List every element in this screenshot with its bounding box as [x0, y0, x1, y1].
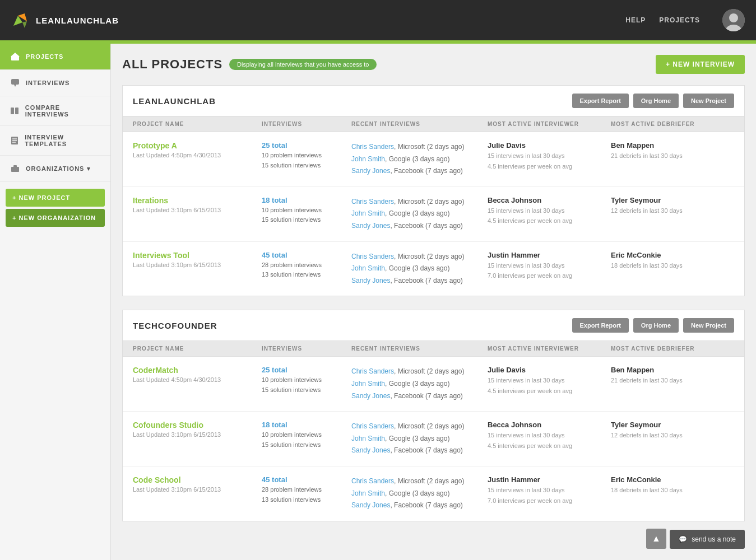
recent-name-link-1-2-0[interactable]: Chris Sanders: [351, 477, 394, 485]
logo-icon: [11, 10, 31, 30]
active-debriefer-stats-1-2: 18 debriefs in last 30 days: [611, 485, 734, 496]
recent-interview-line-1-2-0: Chris Sanders, Microsoft (2 days ago): [351, 475, 488, 488]
project-date-0-2: Last Updated 3:10pm 6/15/2013: [133, 262, 262, 268]
col-header-0-0: PROJECT NAME: [133, 121, 262, 127]
recent-name-link-1-1-2[interactable]: Sandy Jones: [351, 446, 390, 454]
recent-name-link-1-1-1[interactable]: John Smith: [351, 435, 385, 442]
project-date-1-2: Last Updated 3:10pm 6/15/2013: [133, 486, 262, 493]
recent-interview-line-1-1-2: Sandy Jones, Facebook (7 days ago): [351, 445, 488, 457]
active-debriefer-stats-0-1: 12 debriefs in last 30 days: [611, 206, 734, 216]
export-report-button-0[interactable]: Export Report: [572, 94, 629, 108]
new-interview-button[interactable]: + NEW INTERVIEW: [656, 55, 745, 74]
project-date-0-0: Last Updated 4:50pm 4/30/2013: [133, 152, 262, 158]
project-name-link-0-2[interactable]: Interviews Tool: [133, 251, 189, 260]
project-name-link-0-1[interactable]: Iterations: [133, 196, 168, 205]
col-header-1-3: MOST ACTIVE INTERVIEWER: [488, 346, 611, 352]
org-header-1: TECHCOFOUNDER Export Report Org Home New…: [123, 310, 744, 341]
recent-interview-line-1-1-0: Chris Sanders, Microsoft (2 days ago): [351, 421, 488, 433]
recent-company-1-0-2: , Facebook (7 days ago): [390, 392, 462, 400]
sidebar-item-projects[interactable]: PROJECTS: [0, 44, 110, 70]
recent-name-link-1-1-0[interactable]: Chris Sanders: [351, 422, 394, 430]
recent-company-1-1-0: , Microsoft (2 days ago): [394, 422, 464, 430]
help-link[interactable]: HELP: [625, 16, 646, 24]
recent-name-link-0-1-1[interactable]: John Smith: [351, 209, 385, 217]
interviews-total-1-0[interactable]: 25 total: [262, 366, 351, 374]
active-interviewer-stats-0-2: 15 interviews in last 30 days7.0 intervi…: [488, 260, 611, 281]
sidebar-item-interviews[interactable]: INTERVIEWS: [0, 70, 110, 96]
col-header-0-1: INTERVIEWS: [262, 121, 351, 127]
recent-name-link-0-0-1[interactable]: John Smith: [351, 155, 385, 163]
interviews-col-1-0: 25 total 10 problem interviews15 solutio…: [262, 366, 351, 395]
interviews-total-0-0[interactable]: 25 total: [262, 141, 351, 150]
interviews-total-1-2[interactable]: 45 total: [262, 475, 351, 484]
recent-name-link-1-0-1[interactable]: John Smith: [351, 380, 385, 388]
recent-company-0-1-0: , Microsoft (2 days ago): [394, 198, 464, 206]
recent-interview-line-0-2-1: John Smith, Google (3 days ago): [351, 263, 488, 275]
recent-name-link-0-2-1[interactable]: John Smith: [351, 264, 385, 272]
project-name-col-1-2: Code School Last Updated 3:10pm 6/15/201…: [133, 475, 262, 493]
recent-company-0-2-1: , Google (3 days ago): [385, 264, 449, 272]
recent-interview-line-1-2-1: John Smith, Google (3 days ago): [351, 488, 488, 500]
col-header-1-1: INTERVIEWS: [262, 346, 351, 352]
active-interviewer-name-0-2: Justin Hammer: [488, 251, 611, 259]
recent-name-link-0-0-2[interactable]: Sandy Jones: [351, 167, 390, 175]
recent-name-link-0-0-0[interactable]: Chris Sanders: [351, 143, 394, 151]
sidebar-item-organizations[interactable]: ORGANIZATIONS ▾: [0, 156, 110, 182]
active-debriefer-name-1-1: Tyler Seymour: [611, 421, 734, 429]
sidebar-item-templates[interactable]: INTERVIEW TEMPLATES: [0, 126, 110, 156]
recent-interviews-col-1-1: Chris Sanders, Microsoft (2 days ago)Joh…: [351, 421, 488, 457]
recent-interview-line-0-2-2: Sandy Jones, Facebook (7 days ago): [351, 275, 488, 287]
recent-name-link-0-1-0[interactable]: Chris Sanders: [351, 198, 394, 206]
recent-name-link-1-0-0[interactable]: Chris Sanders: [351, 367, 394, 375]
col-header-1-0: PROJECT NAME: [133, 346, 262, 352]
recent-name-link-0-2-2[interactable]: Sandy Jones: [351, 277, 390, 284]
recent-name-link-0-2-0[interactable]: Chris Sanders: [351, 253, 394, 260]
recent-name-link-1-2-2[interactable]: Sandy Jones: [351, 501, 390, 509]
org-section-1: TECHCOFOUNDER Export Report Org Home New…: [122, 310, 745, 521]
recent-company-1-2-1: , Google (3 days ago): [385, 489, 449, 497]
project-name-link-1-2[interactable]: Code School: [133, 475, 181, 484]
interviews-total-0-2[interactable]: 45 total: [262, 251, 351, 259]
interviews-col-0-1: 18 total 10 problem interviews15 solutio…: [262, 196, 351, 225]
recent-company-0-2-2: , Facebook (7 days ago): [390, 277, 462, 284]
project-name-link-1-0[interactable]: CoderMatch: [133, 366, 178, 375]
export-report-button-1[interactable]: Export Report: [572, 318, 629, 333]
table-header-1: PROJECT NAMEINTERVIEWSRECENT INTERVIEWSM…: [123, 341, 744, 357]
avatar[interactable]: [722, 9, 745, 31]
recent-company-0-1-2: , Facebook (7 days ago): [390, 222, 462, 230]
templates-icon: [10, 136, 19, 146]
svg-rect-17: [13, 165, 17, 168]
interviews-total-0-1[interactable]: 18 total: [262, 196, 351, 204]
recent-interview-line-1-0-2: Sandy Jones, Facebook (7 days ago): [351, 390, 488, 403]
active-interviewer-col-0-1: Becca Johnson 15 interviews in last 30 d…: [488, 196, 611, 226]
recent-name-link-0-1-2[interactable]: Sandy Jones: [351, 222, 390, 230]
green-accent-bar: [0, 40, 756, 44]
recent-interviews-col-1-0: Chris Sanders, Microsoft (2 days ago)Joh…: [351, 366, 488, 402]
new-project-btn-1[interactable]: New Project: [683, 318, 734, 333]
recent-name-link-1-0-2[interactable]: Sandy Jones: [351, 392, 390, 400]
svg-rect-11: [15, 108, 18, 114]
organizations-container: LEANLAUNCHLAB Export Report Org Home New…: [122, 85, 745, 521]
active-debriefer-name-0-0: Ben Mappen: [611, 141, 734, 150]
send-note-button[interactable]: 💬 send us a note: [670, 530, 745, 549]
org-home-button-1[interactable]: Org Home: [633, 318, 679, 333]
recent-interview-line-1-0-1: John Smith, Google (3 days ago): [351, 378, 488, 390]
org-section-0: LEANLAUNCHLAB Export Report Org Home New…: [122, 85, 745, 296]
project-name-col-1-0: CoderMatch Last Updated 4:50pm 4/30/2013: [133, 366, 262, 383]
recent-name-link-1-2-1[interactable]: John Smith: [351, 489, 385, 497]
active-interviewer-stats-0-1: 15 interviews in last 30 days4.5 intervi…: [488, 206, 611, 226]
active-debriefer-name-0-1: Tyler Seymour: [611, 196, 734, 204]
projects-link[interactable]: PROJECTS: [659, 16, 700, 24]
project-name-link-1-1[interactable]: Cofounders Studio: [133, 421, 203, 430]
scroll-top-button[interactable]: ▲: [646, 529, 666, 549]
project-name-link-0-0[interactable]: Prototype A: [133, 141, 177, 150]
new-project-btn-0[interactable]: New Project: [683, 94, 734, 108]
new-organization-button[interactable]: + NEW ORGANAIZATION: [6, 209, 105, 227]
project-name-col-0-2: Interviews Tool Last Updated 3:10pm 6/15…: [133, 251, 262, 268]
interviews-total-1-1[interactable]: 18 total: [262, 421, 351, 429]
org-home-button-0[interactable]: Org Home: [633, 94, 679, 108]
new-project-button[interactable]: + NEW PROJECT: [6, 189, 105, 207]
page-header: ALL PROJECTS Displaying all interviews t…: [122, 55, 745, 74]
sidebar-item-compare[interactable]: COMPARE INTERVIEWS: [0, 96, 110, 126]
organizations-icon: [10, 164, 20, 174]
